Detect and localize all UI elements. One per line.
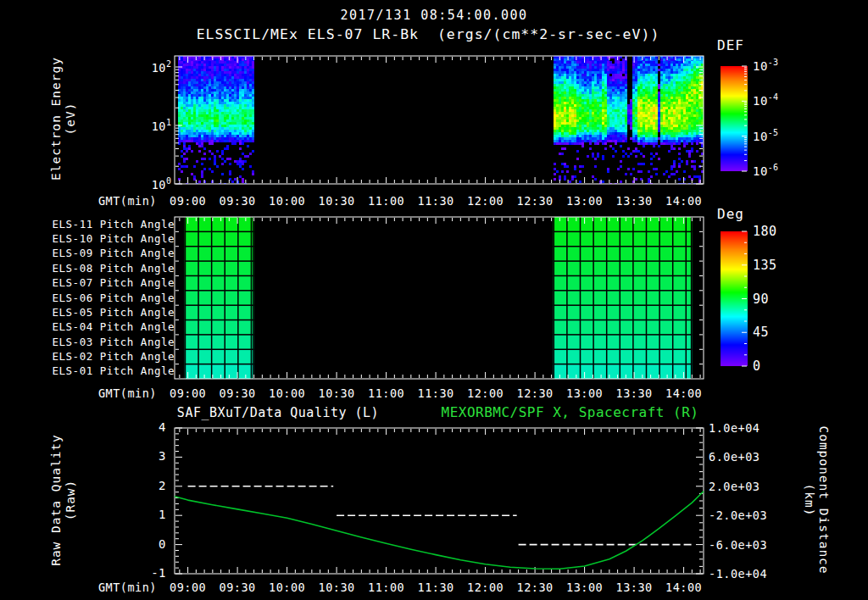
x-tick-label: 11:00 [361, 581, 412, 594]
distance-ytick-label: 2.0e+03 [709, 480, 780, 493]
gmt-axis-label: GMT(min) [70, 386, 157, 400]
x-tick-label: 13:00 [559, 194, 610, 208]
x-tick-label: 12:00 [460, 194, 511, 208]
energy-ytick-label: 102 [127, 59, 171, 75]
x-tick-label: 11:00 [361, 386, 412, 400]
gmt-axis-label: GMT(min) [70, 194, 157, 208]
x-tick-label: 13:30 [609, 581, 659, 594]
x-tick-label: 13:30 [609, 194, 659, 208]
quality-ytick-label: 2 [132, 479, 166, 492]
quality-ytick-label: 1 [132, 508, 166, 521]
pitch-row-label: ELS-02 Pitch Angle [49, 350, 175, 363]
x-tick-label: 11:30 [410, 581, 461, 594]
x-tick-label: 12:30 [509, 386, 560, 400]
x-tick-label: 12:00 [460, 581, 511, 594]
component-distance-axis-label: Component Distance (km) [802, 425, 831, 574]
pitch-row-label: ELS-07 Pitch Angle [49, 276, 175, 289]
def-colorbar [721, 66, 748, 171]
pitch-row-label: ELS-10 Pitch Angle [49, 232, 175, 245]
deg-tick-label: 180 [753, 224, 795, 239]
x-tick-label: 09:30 [212, 386, 263, 400]
page-datetime: 2017/131 08:54:00.000 [0, 8, 868, 23]
quality-ytick-label: 4 [132, 420, 166, 434]
distance-ytick-label: 6.0e+03 [709, 450, 780, 464]
def-tick-label: 10-5 [753, 128, 807, 143]
def-tick-label: 10-6 [753, 163, 807, 178]
distance-ytick-label: -1.0e+04 [709, 567, 780, 581]
x-tick-label: 09:00 [163, 386, 214, 400]
x-tick-label: 11:00 [361, 194, 412, 208]
x-tick-label: 14:00 [659, 581, 709, 594]
bottom-title-right: MEXORBMC/SPF X, Spacecraft (R) [437, 404, 704, 420]
distance-ytick-label: -2.0e+03 [709, 508, 780, 522]
deg-tick-label: 135 [753, 258, 795, 273]
quality-ytick-label: 3 [132, 449, 166, 463]
raw-quality-axis-label: Raw Data Quality (Raw) [49, 434, 78, 566]
x-tick-label: 10:00 [262, 194, 313, 208]
x-tick-label: 12:00 [460, 386, 511, 400]
electron-energy-spectrogram [175, 56, 704, 184]
pitch-row-label: ELS-11 Pitch Angle [49, 218, 175, 231]
x-tick-label: 09:30 [212, 194, 263, 208]
quality-ytick-label: 0 [132, 537, 166, 551]
x-tick-label: 10:00 [262, 581, 313, 594]
x-tick-label: 12:30 [509, 194, 560, 208]
pitch-row-label: ELS-08 Pitch Angle [49, 262, 175, 275]
quality-ytick-label: -1 [132, 566, 166, 580]
deg-tick-label: 90 [753, 292, 795, 307]
energy-axis-label: Electron Energy (eV) [49, 57, 78, 181]
energy-ytick-label: 101 [127, 118, 171, 133]
x-tick-label: 13:00 [559, 386, 610, 400]
bottom-title-left: SAF_BXuT/Data Quality (L) [175, 405, 381, 420]
x-tick-label: 10:30 [311, 194, 362, 208]
def-tick-label: 10-4 [753, 92, 807, 108]
pitch-row-label: ELS-09 Pitch Angle [49, 247, 175, 259]
pitch-row-label: ELS-06 Pitch Angle [49, 292, 175, 304]
pitch-row-label: ELS-05 Pitch Angle [49, 306, 175, 319]
pitch-row-label: ELS-01 Pitch Angle [49, 364, 175, 377]
pitch-row-label: ELS-04 Pitch Angle [49, 320, 175, 333]
gmt-axis-label: GMT(min) [70, 581, 157, 594]
x-tick-label: 09:00 [163, 194, 214, 208]
energy-ytick-label: 100 [127, 176, 171, 192]
pitch-angle-heatmap [175, 217, 704, 379]
distance-ytick-label: -6.0e+03 [709, 538, 780, 552]
deg-colorbar-title: Deg [717, 206, 768, 222]
x-tick-label: 09:00 [163, 581, 214, 594]
x-tick-label: 13:00 [559, 581, 610, 594]
deg-tick-label: 0 [753, 358, 795, 374]
science-plot-screen: 2017/131 08:54:00.000 ELSSCIL/MEx ELS-07… [0, 0, 868, 600]
distance-ytick-label: 1.0e+04 [709, 421, 780, 435]
def-colorbar-title: DEF [717, 37, 768, 53]
deg-colorbar [721, 231, 748, 366]
x-tick-label: 14:00 [659, 194, 709, 208]
x-tick-label: 13:30 [609, 386, 659, 400]
x-tick-label: 11:30 [410, 386, 461, 400]
x-tick-label: 11:30 [410, 194, 461, 208]
def-tick-label: 10-3 [753, 58, 807, 73]
x-tick-label: 14:00 [659, 386, 709, 400]
x-tick-label: 12:30 [509, 581, 560, 594]
x-tick-label: 09:30 [212, 581, 263, 594]
pitch-row-label: ELS-03 Pitch Angle [49, 336, 175, 348]
deg-tick-label: 45 [753, 325, 795, 340]
x-tick-label: 10:30 [311, 386, 362, 400]
x-tick-label: 10:00 [262, 386, 313, 400]
x-tick-label: 10:30 [311, 581, 362, 594]
